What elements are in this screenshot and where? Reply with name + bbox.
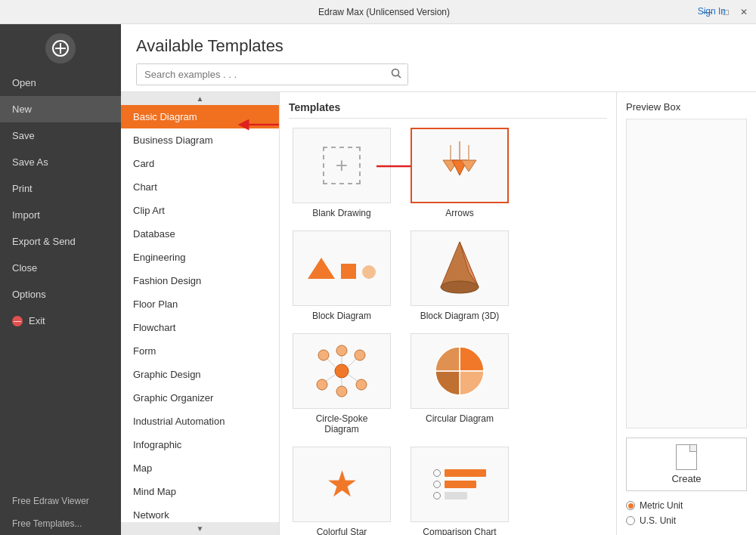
comparison-chart-preview: [429, 465, 491, 504]
category-item-industrial-automation[interactable]: Industrial Automation: [121, 410, 279, 433]
svg-point-16: [356, 379, 367, 390]
template-item-circle-spoke[interactable]: Circle-SpokeDiagram: [289, 333, 395, 434]
template-thumb-circular-diagram: [411, 333, 509, 409]
sidebar-item-open[interactable]: Open: [0, 70, 121, 96]
template-label-arrows: Arrows: [445, 208, 473, 218]
unit-option-us[interactable]: U.S. Unit: [626, 515, 747, 526]
template-thumb-blank: +: [293, 128, 391, 203]
category-item-fashion-design[interactable]: Fashion Design: [121, 269, 279, 292]
metric-radio-selected: [628, 503, 634, 509]
svg-line-2: [398, 76, 401, 79]
template-item-block-diagram-3d[interactable]: Block Diagram (3D): [407, 230, 513, 321]
sidebar-item-export-send[interactable]: Export & Send: [0, 228, 121, 255]
close-btn[interactable]: ✕: [738, 6, 750, 18]
category-item-graphic-organizer[interactable]: Graphic Organizer: [121, 386, 279, 410]
sidebar-item-close[interactable]: Close: [0, 255, 121, 281]
block-diagram-preview: [308, 258, 376, 279]
template-item-arrows[interactable]: Arrows: [407, 128, 513, 218]
sidebar-item-exit[interactable]: — Exit: [0, 308, 121, 334]
sidebar-item-save-as[interactable]: Save As: [0, 149, 121, 175]
sidebar-item-free-templates[interactable]: Free Templates...: [0, 512, 121, 535]
template-label-circular-diagram: Circular Diagram: [426, 413, 494, 424]
template-item-comparison-chart[interactable]: Comparison Chart: [407, 447, 513, 535]
star-icon: ★: [326, 466, 358, 503]
category-scroll-up[interactable]: ▲: [121, 92, 279, 105]
svg-line-13: [349, 358, 357, 366]
category-item-engineering[interactable]: Engineering: [121, 246, 279, 269]
exit-icon: —: [12, 316, 23, 326]
category-item-mind-map[interactable]: Mind Map: [121, 480, 279, 503]
svg-marker-7: [441, 242, 479, 287]
middle-row: ▲ Basic Diagram Business Diagram Card Ch…: [121, 92, 756, 535]
category-item-floor-plan[interactable]: Floor Plan: [121, 292, 279, 316]
sidebar-item-new[interactable]: New: [0, 96, 121, 122]
search-button[interactable]: [385, 64, 407, 85]
metric-radio: [626, 501, 635, 510]
sign-in-link[interactable]: Sign In: [698, 6, 726, 17]
us-radio: [626, 516, 635, 525]
template-thumb-comparison-chart: [411, 447, 509, 522]
svg-point-20: [317, 379, 327, 390]
content-header: Available Templates: [121, 24, 756, 92]
template-label-colorful-star: Colorful Star: [317, 527, 367, 535]
template-label-block-diagram: Block Diagram: [312, 311, 371, 321]
category-item-basic-diagram[interactable]: Basic Diagram: [121, 105, 279, 128]
block-triangle-shape: [308, 258, 335, 279]
templates-grid: + Blank Drawing: [289, 128, 607, 535]
template-label-circle-spoke: Circle-SpokeDiagram: [316, 413, 368, 434]
sidebar: Open New Save Save As Print Import Expor…: [0, 24, 121, 535]
template-label-comparison-chart: Comparison Chart: [423, 527, 496, 535]
circle-spoke-preview: [314, 343, 370, 400]
block-square-shape: [341, 264, 356, 279]
category-item-database[interactable]: Database: [121, 222, 279, 246]
unit-option-metric[interactable]: Metric Unit: [626, 500, 747, 511]
category-item-chart[interactable]: Chart: [121, 175, 279, 199]
svg-point-1: [392, 70, 399, 76]
sidebar-item-options[interactable]: Options: [0, 281, 121, 308]
template-thumb-colorful-star: ★: [293, 447, 391, 522]
circular-diagram-icon: [432, 343, 488, 400]
template-item-blank[interactable]: + Blank Drawing: [289, 128, 395, 218]
svg-line-15: [349, 375, 358, 382]
create-button[interactable]: Create: [626, 438, 747, 491]
create-doc-icon: [676, 444, 697, 470]
category-item-clip-art[interactable]: Clip Art: [121, 199, 279, 222]
title-bar: Edraw Max (Unlicensed Version) — □ ✕ Sig…: [0, 0, 756, 24]
svg-line-21: [327, 358, 335, 366]
block-3d-icon: [437, 238, 482, 298]
category-item-form[interactable]: Form: [121, 339, 279, 363]
sidebar-item-save[interactable]: Save: [0, 122, 121, 149]
template-item-block-diagram[interactable]: Block Diagram: [289, 230, 395, 321]
sidebar-item-print[interactable]: Print: [0, 175, 121, 202]
templates-area: Templates +: [280, 92, 616, 535]
search-bar: [136, 63, 408, 85]
template-thumb-block-diagram-3d: [411, 230, 509, 306]
svg-point-12: [336, 345, 347, 356]
template-item-colorful-star[interactable]: ★ Colorful Star: [289, 447, 395, 535]
category-item-map[interactable]: Map: [121, 456, 279, 480]
preview-box: Preview Box Create Metric Unit U: [616, 92, 756, 535]
template-item-circular-diagram[interactable]: Circular Diagram: [407, 333, 513, 434]
templates-header: Templates: [289, 101, 607, 119]
category-item-graphic-design[interactable]: Graphic Design: [121, 363, 279, 386]
category-list: ▲ Basic Diagram Business Diagram Card Ch…: [121, 92, 280, 535]
sidebar-item-import[interactable]: Import: [0, 202, 121, 228]
search-input[interactable]: [137, 65, 385, 84]
content-area: Available Templates ▲ Basic Diagram: [121, 24, 756, 535]
app-logo[interactable]: [45, 33, 76, 63]
template-label-blank: Blank Drawing: [312, 208, 370, 218]
category-item-flowchart[interactable]: Flowchart: [121, 316, 279, 339]
title-bar-title: Edraw Max (Unlicensed Version): [67, 7, 702, 17]
category-item-infographic[interactable]: Infographic: [121, 433, 279, 456]
block-circle-shape: [362, 265, 376, 279]
preview-area: [626, 119, 747, 428]
page-title: Available Templates: [136, 36, 741, 56]
svg-point-18: [336, 386, 347, 397]
preview-title: Preview Box: [626, 101, 747, 113]
category-item-card[interactable]: Card: [121, 152, 279, 175]
sidebar-item-free-viewer[interactable]: Free Edraw Viewer: [0, 490, 121, 512]
category-item-business-diagram[interactable]: Business Diagram: [121, 128, 279, 152]
arrows-icon: [435, 138, 485, 194]
category-scroll-down[interactable]: ▼: [121, 522, 279, 535]
svg-point-10: [335, 364, 349, 378]
